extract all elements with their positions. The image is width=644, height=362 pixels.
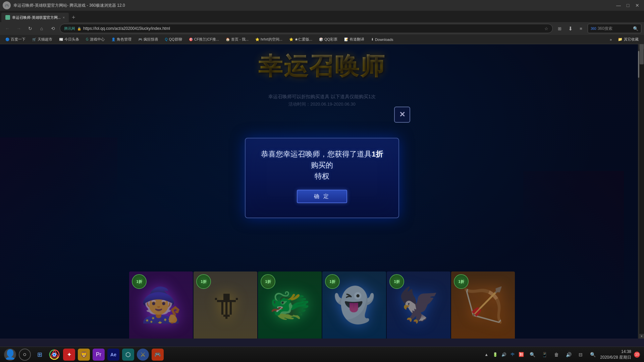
back-button[interactable]: ← xyxy=(3,24,12,33)
scrollbar-side-thumb[interactable] xyxy=(638,51,639,78)
close-button[interactable]: ✕ xyxy=(633,1,641,9)
taskbar-task-view[interactable]: ⊞ xyxy=(34,349,46,361)
taskbar-ae-app[interactable]: Ae xyxy=(107,349,119,361)
taskbar-purple-app[interactable]: Pr xyxy=(93,349,105,361)
discount-text-3: 1折 xyxy=(265,279,271,284)
bookmark-qq-lottery[interactable]: 🎲 QQ彩票 xyxy=(316,36,340,43)
taskbar-red-app[interactable]: ✦ xyxy=(63,349,75,361)
site-badge: 腾讯网 xyxy=(64,26,75,31)
bookmark-game-center[interactable]: G 游戏中心 xyxy=(83,36,107,43)
bookmark-crazy[interactable]: 🎮 疯狂惊喜 xyxy=(136,36,161,43)
dialog-message: 恭喜您幸运召唤师，您获得了道具1折购买的 特权 xyxy=(259,148,385,182)
character-card-1[interactable]: 🧙 1折 xyxy=(129,272,193,339)
taskbar-lol-icon[interactable]: ⚔ xyxy=(137,349,149,361)
taskbar-chrome[interactable] xyxy=(48,349,60,361)
sys-network-icon[interactable]: ⊟ xyxy=(576,350,585,359)
bookmark-home[interactable]: 🏠 首页 - 我... xyxy=(223,36,251,43)
bookmark-youdao[interactable]: 📝 有道翻译 xyxy=(341,36,367,43)
taskbar-gold-app[interactable]: 🦁 xyxy=(78,349,90,361)
sys-recycle-icon[interactable]: 🗑 xyxy=(552,350,561,359)
system-tray: ▲ 🔋 🔊 中 🈹 xyxy=(483,351,525,358)
character-card-4[interactable]: 👻 1折 xyxy=(322,272,386,339)
discount-badge-5: 1折 xyxy=(389,274,404,289)
youdao-icon: 📝 xyxy=(344,38,348,41)
new-tab-button[interactable]: + xyxy=(69,13,78,22)
bookmark-qq-group[interactable]: Q QQ群聊 xyxy=(162,36,185,43)
bookmark-hrhrt[interactable]: ⭐ hrhrt的空间... xyxy=(253,36,285,43)
bookmark-qq-lottery-label: QQ彩票 xyxy=(324,37,337,42)
bookmark-toutiao[interactable]: 📰 今日头条 xyxy=(56,36,82,43)
purple-app-icon: Pr xyxy=(96,352,101,358)
url-text[interactable]: https://lol.qq.com/act/a20200415lucky/in… xyxy=(83,26,542,31)
navbar: ← → ↻ ⌂ ⟲ 腾讯网 🔒 https://lol.qq.com/act/a… xyxy=(0,22,644,35)
character-card-3[interactable]: 🐲 1折 xyxy=(258,272,322,339)
search-icon[interactable]: 🔍 xyxy=(633,26,638,31)
search-box[interactable]: 360 360搜索 🔍 xyxy=(588,24,641,33)
scrollbar-down-arrow[interactable]: ▼ xyxy=(639,334,644,339)
star-icon[interactable]: ☆ xyxy=(544,26,548,31)
character-card-2[interactable]: 🗡 1折 xyxy=(194,272,257,339)
extensions-button[interactable]: ⊞ xyxy=(555,24,564,33)
dialog-close-button[interactable]: ✕ xyxy=(394,107,410,123)
bookmarks-more-button[interactable]: » xyxy=(608,36,614,43)
search-circle-icon: ○ xyxy=(23,351,27,358)
tray-battery[interactable]: 🔋 xyxy=(491,351,499,358)
bookmark-baidu[interactable]: 🔵 百度一下 xyxy=(3,36,28,43)
crazy-icon: 🎮 xyxy=(138,38,142,41)
scrollbar-track[interactable]: ▲ ▼ xyxy=(639,44,644,339)
sys-search2-icon[interactable]: 🔍 xyxy=(588,350,597,359)
characters-row: 🧙 1折 🗡 1折 xyxy=(129,272,515,339)
sys-volume-icon[interactable]: 🔊 xyxy=(564,350,573,359)
home-icon: 🏠 xyxy=(226,38,230,41)
browser-title: 幸运召唤师-英雄联盟官方网站- 腾讯游戏 - 360极速浏览器 12.0 xyxy=(13,3,612,8)
discount-badge-2: 1折 xyxy=(196,274,211,289)
address-bar[interactable]: 腾讯网 🔒 https://lol.qq.com/act/a20200415lu… xyxy=(60,24,553,33)
notification-badge[interactable]: 10 xyxy=(634,352,640,358)
character-card-6[interactable]: 🏹 1折 xyxy=(451,272,515,339)
tray-antivirus[interactable]: 🈹 xyxy=(518,351,525,358)
bookmark-tmall[interactable]: 🛒 天猫超市 xyxy=(30,36,55,43)
bookmark-role-manage[interactable]: 👤 角色管理 xyxy=(109,36,134,43)
clock-date: 2020/6/28 星期日 xyxy=(600,355,631,360)
prev-button[interactable]: ⟲ xyxy=(48,24,58,33)
dialog-text-line2: 特权 xyxy=(315,172,329,180)
confirm-button[interactable]: 确 定 xyxy=(297,190,347,203)
titlebar: 🎮 幸运召唤师-英雄联盟官方网站- 腾讯游戏 - 360极速浏览器 12.0 —… xyxy=(0,0,644,11)
download-button[interactable]: ⬇ xyxy=(566,24,575,33)
active-tab[interactable]: 幸运召唤师-英雄联盟官方网... × xyxy=(1,13,69,22)
minimize-button[interactable]: — xyxy=(614,1,623,9)
tray-input-method[interactable]: 中 xyxy=(509,351,516,358)
bookmark-game-center-label: 游戏中心 xyxy=(90,37,105,42)
scrollbar-side xyxy=(638,44,639,339)
bookmarks-folder[interactable]: 📁 其它收藏 xyxy=(615,36,641,43)
lol-icon: ⚔ xyxy=(140,351,146,358)
tab-close-button[interactable]: × xyxy=(63,15,65,19)
character-card-5[interactable]: 🦅 1折 xyxy=(387,272,450,339)
bookmark-hrhrt-label: hrhrt的空间... xyxy=(261,37,282,42)
bookmark-qq-group-label: QQ群聊 xyxy=(169,37,182,42)
taskbar-teal-app[interactable]: ⬡ xyxy=(122,349,134,361)
toutiao-icon: 📰 xyxy=(59,38,63,41)
tab-favicon xyxy=(5,15,10,20)
teal-app-icon: ⬡ xyxy=(125,351,131,358)
sys-search-icon[interactable]: 🔍 xyxy=(528,350,537,359)
home-button[interactable]: ⌂ xyxy=(37,24,46,33)
taskbar-search-button[interactable]: ○ xyxy=(19,349,31,361)
sys-phone-icon[interactable]: 📱 xyxy=(540,350,549,359)
taskbar-clock[interactable]: 14:38 2020/6/28 星期日 xyxy=(600,349,631,360)
dialog-text-part2: 购买的 xyxy=(311,161,333,169)
taskbar-user-avatar[interactable]: 👤 xyxy=(4,349,16,361)
bookmark-renai[interactable]: ⭐ ★仁爱版... xyxy=(286,36,315,43)
bookmark-cf[interactable]: 🎯 CF推兰|CF推... xyxy=(186,36,222,43)
refresh-button[interactable]: ↻ xyxy=(25,24,35,33)
tray-volume[interactable]: 🔊 xyxy=(500,351,507,358)
scrollbar-thumb[interactable] xyxy=(640,44,644,64)
taskbar-game-icon[interactable]: 🎮 xyxy=(152,349,164,361)
qq-group-icon: Q xyxy=(165,38,168,41)
bookmark-downloads[interactable]: ⬇ Downloads xyxy=(368,36,396,43)
forward-button[interactable]: → xyxy=(14,24,23,33)
menu-button[interactable]: ≡ xyxy=(576,24,586,33)
discount-text-4: 1折 xyxy=(329,279,335,284)
tray-arrow[interactable]: ▲ xyxy=(483,351,490,358)
maximize-button[interactable]: □ xyxy=(624,1,632,9)
